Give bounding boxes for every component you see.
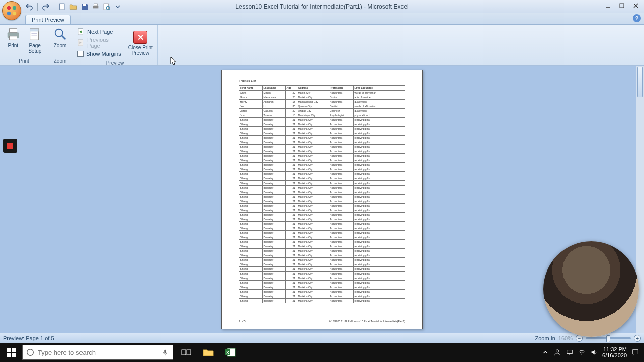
- svg-point-29: [27, 349, 34, 356]
- office-button[interactable]: [2, 1, 21, 20]
- file-explorer-taskbar-icon[interactable]: [197, 343, 219, 362]
- people-icon[interactable]: [554, 349, 561, 356]
- table-row: ShengBumatay21Marikina CityAccountantrec…: [239, 122, 405, 127]
- table-row: ShengBumatay21Marikina CityAccountantrec…: [239, 235, 405, 240]
- footer-left: 1 of 5: [239, 320, 246, 323]
- table-row: ShengBumatay21Marikina CityAccountantrec…: [239, 226, 405, 231]
- svg-rect-15: [9, 29, 17, 33]
- qat-dropdown-icon[interactable]: [114, 3, 122, 11]
- table-row: ShengBumatay21Marikina CityAccountantrec…: [239, 244, 405, 249]
- zoom-in-label[interactable]: Zoom In: [535, 335, 555, 341]
- col-header: Last Name: [263, 86, 286, 90]
- svg-text:X: X: [226, 350, 229, 355]
- table-row: ShengBumatay21Marikina CityAccountantrec…: [239, 267, 405, 272]
- open-icon[interactable]: [69, 3, 77, 11]
- excel-taskbar-icon[interactable]: X: [219, 343, 242, 362]
- maximize-button[interactable]: [615, 1, 629, 10]
- redo-icon[interactable]: [42, 3, 50, 11]
- svg-rect-30: [164, 350, 166, 353]
- preview-table: First NameLast NameAgeAddressProfessionL…: [239, 85, 405, 303]
- status-left: Preview: Page 1 of 5: [3, 335, 54, 341]
- scrollbar-thumb[interactable]: [637, 67, 643, 97]
- svg-rect-40: [633, 350, 638, 354]
- taskbar-clock[interactable]: 11:32 PM 6/16/2020: [602, 346, 627, 358]
- zoom-pct: 160%: [558, 335, 573, 341]
- svg-rect-5: [83, 4, 86, 6]
- search-input[interactable]: [38, 349, 157, 356]
- table-row: ShengBumatay21Marikina CityAccountantrec…: [239, 217, 405, 222]
- table-row: ShengBumatay21Marikina CityAccountantrec…: [239, 186, 405, 190]
- start-button[interactable]: [0, 343, 22, 362]
- tray-chevron-icon[interactable]: [542, 349, 549, 356]
- show-margins-checkbox[interactable]: [77, 51, 84, 57]
- svg-point-21: [55, 29, 62, 37]
- print-label: Print: [8, 43, 18, 48]
- previous-page-button: Previous Page: [77, 38, 123, 48]
- table-row: ShengBumatay21Marikina CityAccountantrec…: [239, 118, 405, 122]
- print-button[interactable]: Print: [2, 26, 24, 48]
- svg-rect-11: [620, 4, 624, 8]
- table-row: ShengBumatay21Marikina CityAccountantrec…: [239, 281, 405, 285]
- clock-date: 6/16/2020: [602, 352, 627, 358]
- document-title: Friends List: [239, 79, 405, 82]
- print-group-label: Print: [0, 58, 48, 64]
- page-setup-button[interactable]: Page Setup: [24, 26, 46, 54]
- network-icon[interactable]: [566, 349, 573, 356]
- col-header: Love Laguange: [353, 86, 405, 90]
- zoom-slider[interactable]: [586, 337, 631, 339]
- table-row: ShengBumatay21Marikina CityAccountantrec…: [239, 145, 405, 149]
- table-row: HenryAbajaron18Mandaluyong CityAccountan…: [239, 100, 405, 104]
- table-row: ShengBumatay21Marikina CityAccountantrec…: [239, 222, 405, 226]
- table-row: ShengBumatay21Marikina CityAccountantrec…: [239, 158, 405, 163]
- next-page-icon: [77, 28, 85, 35]
- volume-icon[interactable]: [590, 349, 597, 356]
- footer-right: 6/16/2020 11:32 PM Lesson10 Excel Tutori…: [329, 320, 405, 323]
- recording-indicator[interactable]: [3, 139, 17, 153]
- table-row: ShengBumatay21Marikina CityAccountantrec…: [239, 299, 405, 303]
- svg-rect-28: [12, 353, 16, 357]
- table-row: ShengBumatay21Marikina CityAccountantrec…: [239, 249, 405, 253]
- svg-rect-25: [7, 348, 11, 352]
- printpreview-qat-icon[interactable]: [103, 3, 111, 11]
- taskbar-search[interactable]: [22, 345, 173, 360]
- next-page-button[interactable]: Next Page: [77, 27, 123, 37]
- zoom-label: Zoom: [54, 43, 67, 48]
- svg-rect-18: [30, 29, 39, 32]
- close-button[interactable]: [629, 1, 643, 10]
- zoom-group-label: Zoom: [48, 58, 72, 64]
- svg-rect-26: [12, 348, 16, 352]
- svg-rect-4: [60, 4, 64, 10]
- minimize-button[interactable]: [601, 1, 615, 10]
- table-row: ShengBumatay21Marikina CityAccountantrec…: [239, 231, 405, 235]
- zoom-button[interactable]: Zoom: [50, 26, 70, 48]
- cortana-icon[interactable]: [23, 348, 38, 357]
- quick-access-toolbar: [25, 0, 122, 13]
- zoom-in-button[interactable]: +: [634, 335, 641, 342]
- show-margins-button[interactable]: Show Margins: [77, 49, 123, 59]
- table-row: ShengBumatay21Marikina CityAccountantrec…: [239, 140, 405, 145]
- tab-print-preview[interactable]: Print Preview: [25, 15, 71, 24]
- show-margins-label: Show Margins: [86, 51, 121, 57]
- svg-rect-27: [7, 353, 11, 357]
- quickprint-icon[interactable]: [92, 3, 100, 11]
- undo-icon[interactable]: [25, 3, 33, 11]
- mic-icon[interactable]: [157, 349, 173, 356]
- col-header: Age: [286, 86, 297, 90]
- help-button[interactable]: ?: [633, 14, 641, 22]
- close-preview-label: Close Print Preview: [128, 45, 153, 56]
- table-row: ShengBumatay21Marikina CityAccountantrec…: [239, 253, 405, 258]
- table-row: ShengBumatay21Marikina CityAccountantrec…: [239, 176, 405, 181]
- table-row: ShengBumatay21Marikina CityAccountantrec…: [239, 136, 405, 140]
- svg-point-3: [13, 12, 16, 15]
- close-print-preview-button[interactable]: ✕ Close Print Preview: [126, 30, 155, 56]
- wifi-icon[interactable]: [578, 349, 585, 356]
- ribbon: Print Page Setup Print Zoom Zoom Next Pa…: [0, 25, 644, 66]
- save-icon[interactable]: [80, 3, 89, 11]
- col-header: First Name: [239, 86, 263, 90]
- table-row: GraceManansala28Marikina CityDoctoracts …: [239, 95, 405, 100]
- new-icon[interactable]: [58, 3, 66, 11]
- table-row: ShengBumatay21Marikina CityAccountantrec…: [239, 131, 405, 136]
- notifications-icon[interactable]: [632, 349, 639, 356]
- svg-point-2: [7, 12, 11, 15]
- task-view-button[interactable]: [175, 343, 197, 362]
